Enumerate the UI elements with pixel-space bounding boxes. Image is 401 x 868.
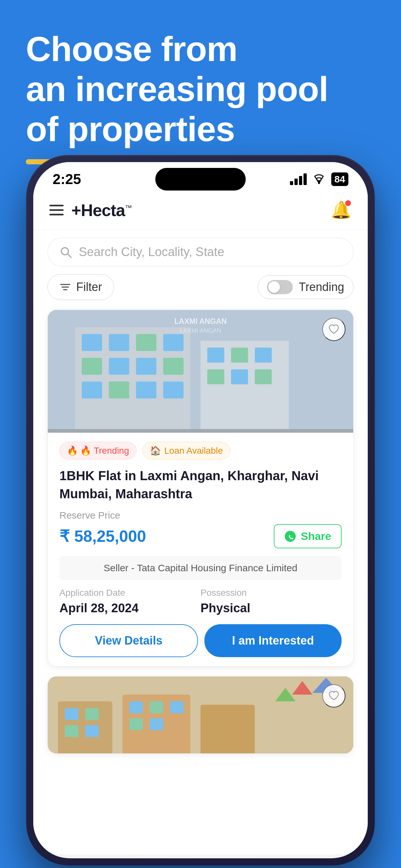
notification-button[interactable]: 🔔	[331, 200, 351, 220]
application-date-col: Application Date April 28, 2024	[59, 588, 201, 615]
svg-rect-26	[255, 369, 272, 384]
wifi-icon	[312, 174, 326, 185]
possession-value: Physical	[201, 601, 342, 615]
svg-rect-15	[163, 358, 183, 375]
property-card-2-preview	[48, 676, 353, 754]
svg-rect-35	[65, 725, 79, 737]
svg-rect-25	[231, 369, 248, 384]
building-illustration: LAXMI ANGAN LAXMI ANGAN	[48, 310, 353, 433]
view-details-button[interactable]: View Details	[59, 624, 198, 657]
loan-tag: 🏠 Loan Available	[143, 442, 230, 460]
application-date-value: April 28, 2024	[59, 601, 201, 615]
svg-rect-17	[109, 382, 129, 399]
app-logo: +Hecta™	[71, 200, 132, 220]
preview-building-illustration	[48, 677, 353, 753]
app-content: +Hecta™ 🔔 Search City, Locality, State	[33, 190, 368, 855]
preview-property-image	[48, 677, 353, 753]
house-icon: 🏠	[150, 445, 161, 456]
card-actions: View Details I am Interested	[59, 624, 342, 657]
svg-rect-8	[82, 334, 102, 351]
svg-rect-21	[207, 347, 224, 362]
svg-rect-16	[82, 382, 102, 399]
property-card-image: LAXMI ANGAN LAXMI ANGAN	[48, 310, 353, 433]
signal-icon	[290, 174, 307, 185]
possession-label: Possession	[201, 588, 342, 598]
card-details-row: Application Date April 28, 2024 Possessi…	[59, 588, 342, 615]
phone-outer-frame: 2:25	[26, 155, 375, 865]
hero-section: Choose from an increasing pool of proper…	[0, 0, 401, 177]
toggle-knob	[268, 281, 280, 293]
svg-rect-34	[85, 708, 99, 720]
heart-icon	[328, 323, 340, 335]
card-body: 🔥 🔥 Trending 🏠 Loan Available 1BHK Flat …	[48, 433, 353, 666]
seller-info: Seller - Tata Capital Housing Finance Li…	[59, 556, 342, 580]
card-tags: 🔥 🔥 Trending 🏠 Loan Available	[59, 442, 342, 460]
svg-rect-12	[82, 358, 102, 375]
filter-trending-row: Filter Trending	[33, 274, 368, 310]
share-button[interactable]: Share	[274, 524, 342, 548]
header-left: +Hecta™	[50, 200, 132, 220]
svg-rect-10	[136, 334, 156, 351]
svg-line-2	[67, 254, 71, 257]
phone-inner-screen: 2:25	[33, 162, 368, 858]
svg-rect-22	[231, 347, 248, 362]
card-heart-button[interactable]	[322, 318, 345, 341]
card2-heart-button[interactable]	[322, 684, 345, 708]
reserve-price-label: Reserve Price	[59, 510, 342, 521]
filter-button[interactable]: Filter	[48, 274, 114, 300]
price-row: ₹ 58,25,000 Share	[59, 524, 342, 548]
property-title: 1BHK Flat in Laxmi Angan, Kharghar, Navi…	[59, 467, 342, 503]
share-label: Share	[301, 530, 332, 542]
trending-tag: 🔥 🔥 Trending	[59, 442, 136, 460]
svg-rect-23	[255, 347, 272, 362]
svg-rect-9	[109, 334, 129, 351]
svg-rect-38	[129, 702, 143, 713]
svg-rect-13	[109, 358, 129, 375]
svg-rect-24	[207, 369, 224, 384]
dynamic-island	[155, 168, 246, 190]
property-card-1: LAXMI ANGAN LAXMI ANGAN	[48, 310, 353, 666]
search-bar[interactable]: Search City, Locality, State	[48, 238, 353, 267]
svg-text:LAXMI ANGAN: LAXMI ANGAN	[180, 327, 221, 334]
interested-button[interactable]: I am Interested	[204, 624, 342, 657]
search-placeholder: Search City, Locality, State	[79, 245, 224, 259]
whatsapp-icon	[284, 530, 297, 542]
application-date-label: Application Date	[59, 588, 201, 598]
svg-rect-40	[170, 702, 183, 713]
fire-icon: 🔥	[67, 445, 78, 456]
toggle-switch[interactable]	[267, 280, 293, 294]
filter-label: Filter	[76, 280, 102, 294]
notification-dot	[345, 200, 351, 206]
svg-text:LAXMI ANGAN: LAXMI ANGAN	[174, 317, 227, 326]
hamburger-menu-button[interactable]	[50, 205, 64, 215]
search-icon	[59, 246, 72, 259]
trending-toggle[interactable]: Trending	[258, 275, 353, 299]
svg-rect-29	[48, 429, 353, 433]
phone-mockup: 2:25	[26, 155, 375, 865]
status-icons: 84	[290, 173, 348, 186]
property-image-bg: LAXMI ANGAN LAXMI ANGAN	[48, 310, 353, 433]
svg-rect-19	[163, 382, 183, 399]
svg-rect-41	[129, 718, 143, 731]
possession-col: Possession Physical	[201, 588, 342, 615]
app-header: +Hecta™ 🔔	[33, 190, 368, 230]
svg-rect-36	[85, 725, 99, 737]
svg-point-0	[318, 182, 320, 184]
svg-rect-43	[201, 705, 255, 753]
svg-rect-42	[150, 718, 163, 731]
status-time: 2:25	[53, 171, 81, 187]
filter-icon	[59, 281, 71, 293]
svg-rect-33	[65, 708, 79, 720]
battery-icon: 84	[331, 173, 348, 186]
svg-rect-18	[136, 382, 156, 399]
hero-title: Choose from an increasing pool of proper…	[26, 29, 375, 150]
price-value: ₹ 58,25,000	[59, 527, 146, 546]
heart-icon	[328, 690, 340, 702]
svg-rect-11	[163, 334, 183, 351]
svg-rect-14	[136, 358, 156, 375]
svg-rect-39	[150, 702, 163, 713]
trending-toggle-label: Trending	[299, 280, 344, 294]
